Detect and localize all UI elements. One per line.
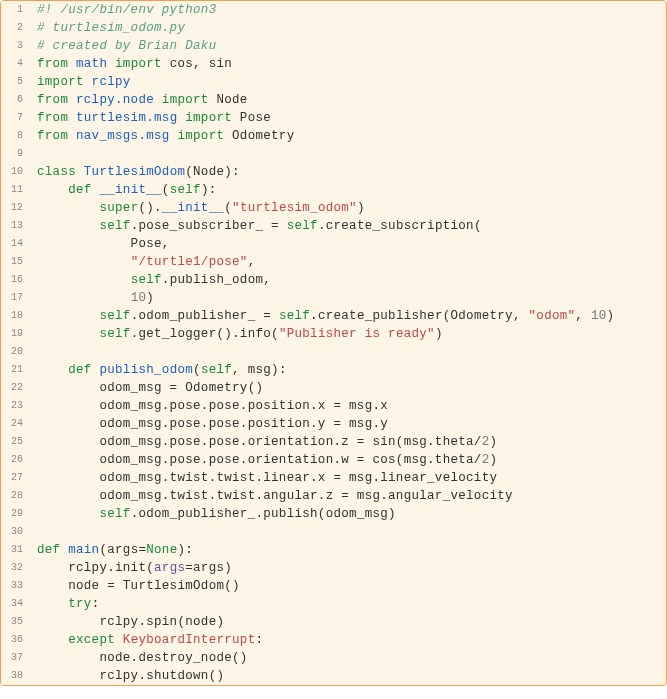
code-line: 14 Pose, xyxy=(1,235,666,253)
code-content: rclpy.shutdown() xyxy=(29,667,224,685)
token: class xyxy=(37,165,84,179)
code-line: 29 self.odom_publisher_.publish(odom_msg… xyxy=(1,505,666,523)
code-content: odom_msg.pose.pose.position.x = msg.x xyxy=(29,397,388,415)
token: : xyxy=(92,597,100,611)
token: Pose xyxy=(240,111,271,125)
line-number: 21 xyxy=(1,361,29,379)
token: "odom" xyxy=(529,309,576,323)
code-content: self.odom_publisher_ = self.create_publi… xyxy=(29,307,614,325)
token: rclpy.spin(node) xyxy=(37,615,224,629)
token: import xyxy=(170,129,232,143)
token: from xyxy=(37,129,76,143)
token: math xyxy=(76,57,107,71)
token: publish_odom xyxy=(99,363,193,377)
token: odom_msg.twist.twist.linear.x = msg.line… xyxy=(37,471,497,485)
token: nav_msgs.msg xyxy=(76,129,170,143)
line-number: 20 xyxy=(1,343,29,361)
line-number: 15 xyxy=(1,253,29,271)
line-number: 7 xyxy=(1,109,29,127)
token: .create_subscription( xyxy=(318,219,482,233)
code-line: 6from rclpy.node import Node xyxy=(1,91,666,109)
line-number: 31 xyxy=(1,541,29,559)
token: odom_msg.pose.pose.position.x = msg.x xyxy=(37,399,388,413)
token: , msg): xyxy=(232,363,287,377)
line-number: 30 xyxy=(1,523,29,541)
code-line: 2# turtlesim_odom.py xyxy=(1,19,666,37)
token: from xyxy=(37,111,76,125)
token: node.destroy_node() xyxy=(37,651,248,665)
code-content xyxy=(29,145,45,163)
token xyxy=(37,201,99,215)
code-line: 25 odom_msg.pose.pose.orientation.z = si… xyxy=(1,433,666,451)
code-content: super().__init__("turtlesim_odom") xyxy=(29,199,365,217)
token: rclpy.shutdown() xyxy=(37,669,224,683)
token xyxy=(37,183,68,197)
code-content: odom_msg.pose.pose.orientation.w = cos(m… xyxy=(29,451,497,469)
code-content xyxy=(29,523,45,541)
line-number: 35 xyxy=(1,613,29,631)
code-content: node = TurtlesimOdom() xyxy=(29,577,240,595)
code-line: 35 rclpy.spin(node) xyxy=(1,613,666,631)
token: KeyboardInterrupt xyxy=(123,633,256,647)
token: ): xyxy=(201,183,217,197)
code-content: Pose, xyxy=(29,235,170,253)
token: Node xyxy=(216,93,247,107)
code-line: 17 10) xyxy=(1,289,666,307)
code-line: 28 odom_msg.twist.twist.angular.z = msg.… xyxy=(1,487,666,505)
code-content: def __init__(self): xyxy=(29,181,217,199)
token: ) xyxy=(489,453,497,467)
code-line: 13 self.pose_subscriber_ = self.create_s… xyxy=(1,217,666,235)
token xyxy=(37,327,99,341)
token: __init__ xyxy=(162,201,224,215)
line-number: 17 xyxy=(1,289,29,307)
code-content: from turtlesim.msg import Pose xyxy=(29,109,271,127)
code-content xyxy=(29,343,45,361)
code-content: class TurtlesimOdom(Node): xyxy=(29,163,240,181)
token: def xyxy=(37,543,68,557)
code-line: 12 super().__init__("turtlesim_odom") xyxy=(1,199,666,217)
token: =args) xyxy=(185,561,232,575)
token: rclpy xyxy=(92,75,131,89)
code-line: 15 "/turtle1/pose", xyxy=(1,253,666,271)
line-number: 25 xyxy=(1,433,29,451)
token: self xyxy=(99,507,130,521)
token: cos, sin xyxy=(170,57,232,71)
token: ) xyxy=(489,435,497,449)
token: .get_logger().info( xyxy=(131,327,279,341)
code-content: rclpy.spin(node) xyxy=(29,613,224,631)
line-number: 16 xyxy=(1,271,29,289)
code-line: 10class TurtlesimOdom(Node): xyxy=(1,163,666,181)
line-number: 27 xyxy=(1,469,29,487)
token xyxy=(37,363,68,377)
token: (args= xyxy=(99,543,146,557)
token: ) xyxy=(357,201,365,215)
token: self xyxy=(170,183,201,197)
code-line: 5import rclpy xyxy=(1,73,666,91)
code-content: odom_msg.pose.pose.position.y = msg.y xyxy=(29,415,388,433)
line-number: 29 xyxy=(1,505,29,523)
token: ) xyxy=(607,309,615,323)
line-number: 24 xyxy=(1,415,29,433)
code-line: 22 odom_msg = Odometry() xyxy=(1,379,666,397)
token: # created by Brian Daku xyxy=(37,39,216,53)
line-number: 33 xyxy=(1,577,29,595)
token: except xyxy=(68,633,123,647)
code-content: def main(args=None): xyxy=(29,541,193,559)
token: odom_msg = Odometry() xyxy=(37,381,263,395)
code-line: 18 self.odom_publisher_ = self.create_pu… xyxy=(1,307,666,325)
token: ) xyxy=(435,327,443,341)
code-line: 4from math import cos, sin xyxy=(1,55,666,73)
line-number: 34 xyxy=(1,595,29,613)
token: try xyxy=(68,597,91,611)
code-line: 32 rclpy.init(args=args) xyxy=(1,559,666,577)
code-content: # created by Brian Daku xyxy=(29,37,216,55)
token: from xyxy=(37,93,76,107)
line-number: 18 xyxy=(1,307,29,325)
code-line: 38 rclpy.shutdown() xyxy=(1,667,666,685)
token: self xyxy=(99,327,130,341)
token: .pose_subscriber_ = xyxy=(131,219,287,233)
token: #! /usr/bin/env python3 xyxy=(37,3,216,17)
code-content: node.destroy_node() xyxy=(29,649,248,667)
line-number: 2 xyxy=(1,19,29,37)
token xyxy=(37,633,68,647)
